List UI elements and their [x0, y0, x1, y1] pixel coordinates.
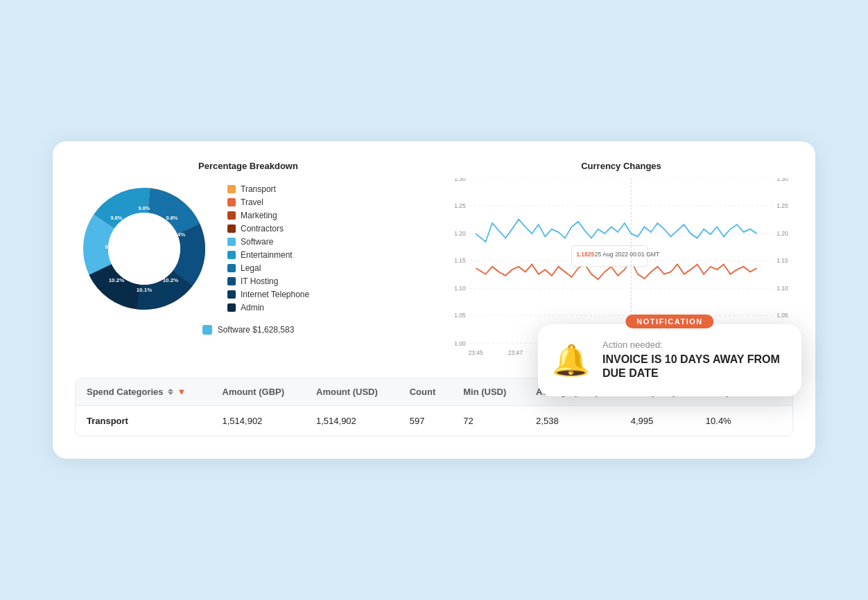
legend-label-contractors: Contractors	[241, 224, 284, 233]
cell-category: Transport	[76, 406, 211, 436]
svg-text:1.15: 1.15	[776, 257, 788, 265]
table-row: Transport 1,514,902 1,514,902 597 72 2,5…	[76, 406, 792, 436]
legend-dot-internet-telephone	[227, 290, 236, 299]
svg-point-10	[108, 213, 180, 285]
svg-text:1.05: 1.05	[454, 312, 466, 319]
legend-dot-transport	[227, 185, 236, 193]
legend-internet-telephone: Internet Telephone	[227, 290, 422, 299]
col-spend-label: Spend Categories	[87, 387, 164, 397]
svg-text:9.8%: 9.8%	[138, 205, 150, 211]
svg-text:23:47: 23:47	[508, 348, 523, 356]
legend-label-travel: Travel	[241, 197, 263, 207]
legend-label-software: Software	[241, 237, 273, 247]
legend-dot-it-hosting	[227, 277, 236, 285]
pie-legend: Transport Travel Marketing Contractors	[227, 184, 422, 312]
legend-entertainment: Entertainment	[227, 250, 422, 260]
col-amount-usd: Amount (USD)	[305, 378, 399, 406]
legend-dot-admin	[227, 303, 236, 312]
notification-headline: Invoice is 10 days away from due date	[602, 353, 785, 382]
donut-chart: 10.4% 10.2% 10.1% 10.2% 9.9% 9.8% 9.8% 9…	[75, 179, 214, 318]
legend-dot-software	[227, 238, 236, 246]
legend-dot-travel	[227, 198, 236, 206]
pie-selected-text: Software $1,628,583	[218, 325, 295, 335]
svg-text:1.30: 1.30	[454, 178, 466, 182]
col-count: Count	[399, 378, 453, 406]
notification-text: Action needed: Invoice is 10 days away f…	[602, 339, 785, 382]
legend-label-admin: Admin	[241, 303, 264, 312]
legend-it-hosting: IT Hosting	[227, 276, 422, 286]
svg-text:1.25: 1.25	[454, 202, 466, 210]
cell-count: 597	[399, 406, 453, 436]
notification-popup: NOTIFICATION 🔔 Action needed: Invoice is…	[538, 324, 801, 397]
main-card: Percentage Breakdown	[53, 141, 815, 459]
svg-text:1.10: 1.10	[776, 285, 788, 292]
legend-marketing: Marketing	[227, 211, 422, 220]
legend-contractors: Contractors	[227, 224, 422, 233]
legend-dot-entertainment	[227, 251, 236, 259]
col-min-usd: Min (USD)	[452, 378, 525, 406]
svg-text:1.30: 1.30	[776, 178, 788, 182]
svg-text:9.8%: 9.8%	[110, 215, 122, 221]
pie-section: Percentage Breakdown	[75, 161, 422, 358]
legend-label-it-hosting: IT Hosting	[241, 276, 278, 286]
svg-text:10.2%: 10.2%	[163, 277, 179, 283]
cell-composition: 10.4%	[695, 406, 792, 436]
cell-max-usd: 4,995	[620, 406, 695, 436]
legend-software: Software	[227, 237, 422, 247]
svg-text:1.20: 1.20	[454, 230, 466, 238]
notification-action: Action needed:	[602, 339, 785, 350]
legend-label-legal: Legal	[241, 263, 261, 273]
legend-legal: Legal	[227, 263, 422, 273]
legend-transport: Transport	[227, 184, 422, 194]
svg-text:10.4%: 10.4%	[170, 231, 186, 238]
svg-text:9.8%: 9.8%	[166, 215, 177, 221]
legend-travel: Travel	[227, 197, 422, 207]
legend-dot-contractors	[227, 224, 236, 233]
svg-text:1.15: 1.15	[454, 257, 466, 265]
donut-svg: 10.4% 10.2% 10.1% 10.2% 9.9% 9.8% 9.8% 9…	[75, 179, 214, 318]
pie-selected-dot	[202, 325, 212, 335]
col-spend-categories[interactable]: Spend Categories ▼	[76, 378, 211, 406]
bell-icon: 🔔	[552, 345, 590, 376]
cell-amount-usd: 1,514,902	[305, 406, 399, 436]
svg-text:25 Aug 2022 00:01 GMT: 25 Aug 2022 00:01 GMT	[595, 250, 660, 258]
legend-label-entertainment: Entertainment	[241, 250, 293, 260]
legend-dot-marketing	[227, 211, 236, 220]
cell-avg-usd: 2,538	[525, 406, 620, 436]
svg-text:23:45: 23:45	[468, 348, 483, 356]
legend-dot-legal	[227, 264, 236, 272]
cell-amount-gbp: 1,514,902	[211, 406, 305, 436]
svg-text:1.20: 1.20	[776, 230, 788, 238]
svg-text:1.00: 1.00	[454, 339, 466, 347]
legend-label-internet-telephone: Internet Telephone	[241, 290, 309, 299]
sort-up-icon	[168, 389, 173, 391]
svg-text:1.10: 1.10	[454, 285, 466, 292]
svg-text:9.9%: 9.9%	[105, 244, 116, 250]
col-amount-gbp: Amount (GBP)	[211, 378, 305, 406]
svg-text:1.25: 1.25	[776, 202, 788, 210]
pie-title: Percentage Breakdown	[75, 161, 422, 171]
svg-text:1.1825: 1.1825	[576, 250, 594, 258]
currency-chart-title: Currency Changes	[449, 161, 793, 171]
svg-text:10.1%: 10.1%	[137, 287, 153, 293]
legend-label-marketing: Marketing	[241, 211, 277, 220]
svg-text:10.2%: 10.2%	[109, 277, 125, 283]
sort-down-icon	[168, 392, 173, 395]
svg-text:1.05: 1.05	[776, 312, 788, 319]
cell-min-usd: 72	[452, 406, 525, 436]
notification-badge: NOTIFICATION	[625, 315, 713, 328]
legend-label-transport: Transport	[241, 184, 276, 194]
pie-selected-label: Software $1,628,583	[75, 325, 422, 335]
sort-icon-spend[interactable]	[168, 389, 173, 395]
pie-content: 10.4% 10.2% 10.1% 10.2% 9.9% 9.8% 9.8% 9…	[75, 179, 422, 318]
filter-icon[interactable]: ▼	[177, 387, 186, 397]
legend-admin: Admin	[227, 303, 422, 312]
